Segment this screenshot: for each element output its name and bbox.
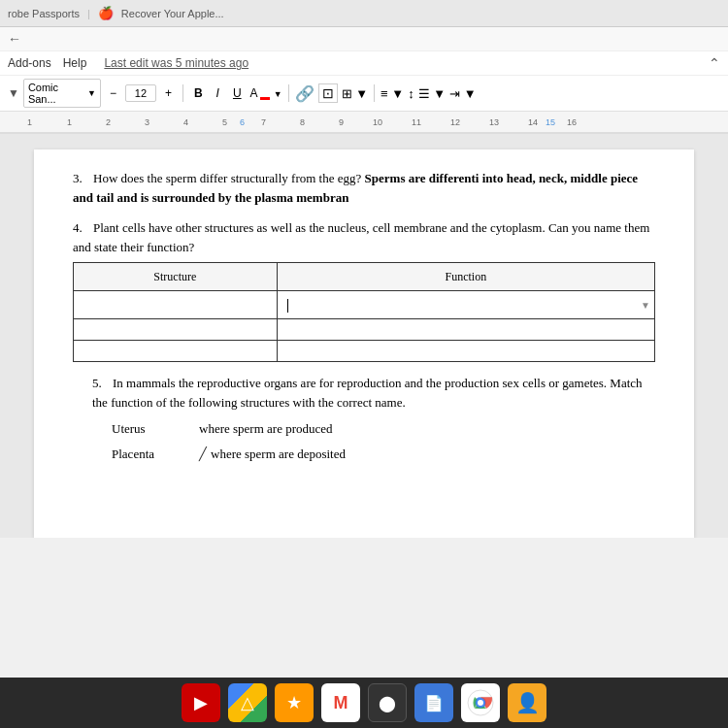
- menu-addons[interactable]: Add-ons: [8, 56, 51, 70]
- font-color-btn[interactable]: A ▼: [250, 86, 282, 100]
- browser-bar: robe Passports | 🍎 Recover Your Apple...: [0, 0, 728, 27]
- separator-3: [374, 84, 375, 102]
- menu-bar: Add-ons Help Last edit was 5 minutes ago…: [0, 51, 728, 76]
- chrome-icon: [467, 689, 494, 716]
- taskbar: ▶ △ ★ M ⬤ 📄 👤: [0, 678, 728, 728]
- back-icon[interactable]: ←: [8, 31, 21, 47]
- format-arrow-left[interactable]: ▼: [8, 86, 19, 100]
- svg-point-3: [478, 700, 483, 706]
- menu-help[interactable]: Help: [63, 56, 87, 70]
- separator-2: [288, 84, 289, 102]
- q5-item-uterus: Uterus where sperm are produced: [112, 419, 655, 439]
- table-cell-function-1[interactable]: ▼: [277, 291, 654, 319]
- taskbar-icon-user[interactable]: 👤: [508, 683, 546, 722]
- docs-icon: 📄: [424, 694, 444, 712]
- table-cell-function-2[interactable]: [277, 319, 654, 341]
- taskbar-icon-camera[interactable]: ⬤: [368, 683, 407, 722]
- q5-match-list: Uterus where sperm are produced Placenta…: [73, 419, 655, 463]
- q5-number: 5.: [92, 376, 102, 390]
- separator-1: [182, 84, 183, 102]
- star-icon: ★: [286, 692, 302, 713]
- q4-number: 4.: [73, 220, 83, 235]
- q3-text: How does the sperm differ structurally f…: [93, 171, 361, 185]
- table-cell-function-3[interactable]: [277, 341, 654, 362]
- italic-btn[interactable]: I: [212, 84, 224, 102]
- question-4: 4. Plant cells have other structures as …: [73, 218, 655, 362]
- q3-number: 3.: [73, 171, 83, 185]
- minus-btn[interactable]: −: [105, 84, 121, 102]
- taskbar-icon-star[interactable]: ★: [275, 683, 314, 722]
- table-row: [74, 341, 655, 362]
- camera-icon: ⬤: [379, 694, 396, 712]
- bold-btn[interactable]: B: [189, 84, 208, 102]
- font-dropdown-icon: ▼: [87, 88, 96, 98]
- indent-btn[interactable]: ⇥ ▼: [449, 86, 476, 101]
- font-name-label: Comic San...: [28, 82, 87, 105]
- table-header-structure: Structure: [74, 263, 278, 291]
- align-btn[interactable]: ≡ ▼: [381, 86, 404, 101]
- line-spacing-btn[interactable]: ↕: [408, 86, 414, 101]
- organ-placenta: Placenta: [112, 445, 199, 464]
- slash-icon: ╱: [199, 447, 207, 461]
- youtube-icon: ▶: [194, 692, 208, 713]
- drive-icon: △: [241, 692, 254, 713]
- table-row: [74, 319, 655, 341]
- font-selector[interactable]: Comic San... ▼: [23, 79, 101, 108]
- taskbar-icon-drive[interactable]: △: [228, 683, 267, 722]
- font-size-field[interactable]: 12: [125, 84, 156, 102]
- toolbar-area: ← Add-ons Help Last edit was 5 minutes a…: [0, 27, 728, 134]
- apple-icon: 🍎: [98, 6, 114, 20]
- q5-text: In mammals the reproductive organs are f…: [92, 376, 643, 410]
- organ-uterus: Uterus: [112, 419, 199, 439]
- taskbar-icon-chrome[interactable]: [461, 683, 500, 722]
- cursor-indicator: [287, 299, 288, 313]
- list-btn[interactable]: ☰ ▼: [418, 86, 446, 101]
- expand-icon: ⌃: [709, 55, 720, 71]
- underline-btn[interactable]: U: [228, 84, 247, 102]
- table-row: ▼: [74, 291, 655, 319]
- link-btn[interactable]: 🔗: [295, 84, 314, 103]
- taskbar-icon-gmail[interactable]: M: [321, 683, 360, 722]
- format-bar: ▼ Comic San... ▼ − 12 + B I U A ▼ 🔗 ⊡ ⊞ …: [0, 76, 728, 112]
- font-size-value: 12: [135, 87, 147, 99]
- gmail-icon: M: [334, 693, 348, 713]
- q5-item-placenta: Placenta ╱where sperm are deposited: [112, 445, 655, 464]
- table-header-function: Function: [277, 263, 654, 291]
- ruler: 1 1 2 3 4 5 6 7 8 9 10 11 12 13 14 15 16: [0, 112, 728, 133]
- tab-apple[interactable]: Recover Your Apple...: [121, 8, 224, 19]
- table-cell-structure-3[interactable]: [74, 341, 278, 362]
- table-cell-structure-1[interactable]: [74, 291, 278, 319]
- table-btn[interactable]: ⊞ ▼: [342, 86, 368, 101]
- document-area: 3. How does the sperm differ structurall…: [0, 134, 728, 538]
- tab-passports[interactable]: robe Passports: [8, 8, 80, 19]
- taskbar-icon-docs[interactable]: 📄: [414, 683, 453, 722]
- question-3: 3. How does the sperm differ structurall…: [73, 169, 655, 207]
- tab-label-apple: Recover Your Apple...: [121, 8, 224, 19]
- document-page[interactable]: 3. How does the sperm differ structurall…: [34, 149, 694, 538]
- last-edit-label: Last edit was 5 minutes ago: [104, 56, 248, 70]
- desc-placenta: ╱where sperm are deposited: [199, 445, 346, 464]
- question-5: 5. In mammals the reproductive organs ar…: [73, 374, 655, 463]
- tab-label-passports: robe Passports: [8, 8, 80, 19]
- table-cell-structure-2[interactable]: [74, 319, 278, 341]
- image-btn[interactable]: ⊡: [318, 83, 338, 103]
- q4-text: Plant cells have other structures as wel…: [73, 220, 649, 254]
- taskbar-icon-youtube[interactable]: ▶: [182, 683, 220, 722]
- structure-function-table: Structure Function ▼: [73, 262, 655, 362]
- scroll-icon: ▼: [641, 298, 650, 313]
- user-icon: 👤: [515, 691, 540, 714]
- desc-uterus: where sperm are produced: [199, 419, 333, 439]
- plus-btn[interactable]: +: [160, 84, 177, 102]
